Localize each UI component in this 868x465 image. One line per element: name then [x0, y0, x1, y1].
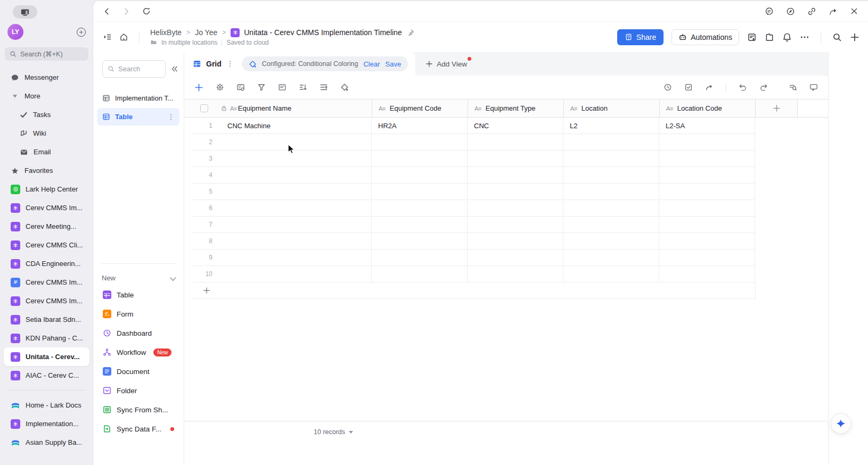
- group-icon[interactable]: [278, 83, 286, 92]
- cell-equipment-code[interactable]: [372, 233, 468, 250]
- cell-equipment-code[interactable]: [372, 134, 468, 151]
- sidebar-item-favorites[interactable]: Favorites: [4, 161, 89, 180]
- sidebar-item-base[interactable]: KDN Pahang - C...: [4, 329, 89, 347]
- cell-equipment-type[interactable]: [468, 266, 563, 283]
- sidebar-item-base[interactable]: Cerev CMMS Cli...: [4, 236, 89, 254]
- cell-equipment-type[interactable]: [468, 167, 563, 184]
- cell-location-code[interactable]: [659, 151, 755, 167]
- grid-view-tab[interactable]: Grid Configured: Conditional Coloring Cl…: [184, 52, 415, 76]
- collapse-panel-icon[interactable]: [170, 65, 178, 73]
- cell-equipment-name[interactable]: 6: [192, 200, 372, 217]
- cell-equipment-code[interactable]: [372, 266, 468, 283]
- column-header-equipment-name[interactable]: A≡ Equipment Name: [192, 99, 372, 117]
- share-button[interactable]: Share: [617, 29, 664, 45]
- sidebar-toggle-icon[interactable]: [103, 32, 112, 41]
- cell-equipment-code[interactable]: [372, 217, 468, 233]
- item-menu-icon[interactable]: [167, 113, 175, 121]
- table-nav-item[interactable]: Implementation T...: [97, 89, 179, 107]
- clear-button[interactable]: Clear: [363, 60, 380, 68]
- sidebar-item-docs[interactable]: Asian Supply Ba...: [4, 433, 89, 452]
- breadcrumb-item[interactable]: Jo Yee: [195, 28, 217, 37]
- cell-equipment-name[interactable]: 10: [192, 266, 372, 283]
- permissions-icon[interactable]: [747, 32, 757, 42]
- widget-icon[interactable]: [765, 32, 774, 42]
- table-row[interactable]: 1 CNC Machine HR2A CNC L2 L2-SA: [184, 118, 828, 134]
- column-header-equipment-code[interactable]: A≡ Equipment Code: [372, 99, 468, 117]
- sidebar-item-help-center[interactable]: Lark Help Center: [4, 180, 89, 198]
- automations-button[interactable]: Automations: [672, 29, 739, 45]
- table-row[interactable]: 10: [184, 266, 828, 283]
- close-icon[interactable]: [850, 7, 858, 15]
- select-all-checkbox[interactable]: [200, 104, 208, 112]
- search-icon[interactable]: [832, 32, 842, 42]
- sidebar-item-wiki[interactable]: Wiki: [4, 124, 89, 143]
- cell-equipment-type[interactable]: CNC: [468, 118, 563, 134]
- column-header-equipment-type[interactable]: A≡ Equipment Type: [468, 99, 564, 117]
- table-row[interactable]: 9: [184, 250, 828, 266]
- cell-equipment-type[interactable]: [468, 200, 563, 217]
- table-row[interactable]: 2: [184, 134, 828, 151]
- sync-data-button[interactable]: Sync Data F...: [93, 419, 184, 438]
- cell-equipment-code[interactable]: HR2A: [372, 118, 468, 134]
- location-note[interactable]: In multiple locations: [161, 39, 217, 46]
- chevron-down-icon[interactable]: [349, 431, 353, 434]
- cell-location-code[interactable]: [659, 266, 755, 283]
- redo-icon[interactable]: [759, 83, 768, 92]
- new-workflow-button[interactable]: Workflow New: [93, 343, 184, 362]
- settings-icon[interactable]: [216, 83, 224, 92]
- sort-icon[interactable]: [299, 83, 307, 92]
- cell-location-code[interactable]: [659, 184, 755, 200]
- filter-icon[interactable]: [257, 83, 266, 92]
- pin-icon[interactable]: [407, 29, 415, 37]
- hide-fields-icon[interactable]: [236, 83, 245, 92]
- search-records-icon[interactable]: [789, 83, 797, 92]
- cell-location[interactable]: [563, 217, 659, 233]
- ai-assistant-button[interactable]: [831, 413, 851, 434]
- cell-location[interactable]: [563, 184, 659, 200]
- link-icon[interactable]: [807, 7, 816, 16]
- add-record-button[interactable]: [194, 83, 203, 92]
- add-view-button[interactable]: Add View: [425, 52, 467, 76]
- table-row[interactable]: 5: [184, 184, 828, 200]
- panel-search-input[interactable]: Search: [102, 60, 166, 78]
- sidebar-item-base[interactable]: Cerev CMMS Im...: [4, 292, 89, 310]
- undo-icon[interactable]: [739, 83, 747, 92]
- tab-menu-icon[interactable]: [226, 60, 234, 68]
- sidebar-item-base[interactable]: Setia Ibarat Sdn...: [4, 310, 89, 329]
- new-folder-button[interactable]: Folder: [93, 381, 184, 400]
- cell-equipment-name[interactable]: 2: [192, 134, 372, 151]
- breadcrumb-item[interactable]: HelixByte: [150, 28, 182, 37]
- share-view-icon[interactable]: [705, 83, 714, 92]
- avatar[interactable]: LY: [7, 24, 23, 40]
- cell-equipment-name[interactable]: 1 CNC Machine: [192, 118, 372, 134]
- global-search-input[interactable]: Search (⌘+K): [5, 47, 88, 61]
- cell-equipment-type[interactable]: [468, 184, 563, 200]
- table-row[interactable]: 4: [184, 167, 828, 184]
- add-workspace-icon[interactable]: [77, 28, 86, 37]
- sidebar-item-base[interactable]: Implementation...: [4, 414, 89, 433]
- table-row[interactable]: 7: [184, 217, 828, 233]
- cell-equipment-code[interactable]: [372, 184, 468, 200]
- cell-equipment-code[interactable]: [372, 250, 468, 266]
- comment-dots-icon[interactable]: [765, 7, 774, 16]
- cell-location-code[interactable]: [659, 250, 755, 266]
- sidebar-item-base[interactable]: Cerev CMMS Im...: [4, 198, 89, 217]
- cell-location[interactable]: [563, 134, 659, 151]
- new-tab-plus-icon[interactable]: [850, 32, 859, 42]
- history-icon[interactable]: [664, 83, 672, 92]
- table-row[interactable]: 6: [184, 200, 828, 217]
- cell-location-code[interactable]: [659, 200, 755, 217]
- table-row[interactable]: 3: [184, 151, 828, 167]
- cell-location[interactable]: [563, 151, 659, 167]
- cell-location-code[interactable]: [659, 167, 755, 184]
- cell-equipment-type[interactable]: [468, 217, 563, 233]
- device-switcher-button[interactable]: [13, 5, 37, 19]
- cell-location[interactable]: [563, 233, 659, 250]
- forward-button[interactable]: [122, 7, 130, 15]
- cell-location-code[interactable]: [659, 217, 755, 233]
- cell-location[interactable]: L2: [563, 118, 659, 134]
- new-dashboard-button[interactable]: Dashboard: [93, 323, 184, 343]
- cell-equipment-type[interactable]: [468, 250, 563, 266]
- cell-location-code[interactable]: [659, 233, 755, 250]
- cell-equipment-name[interactable]: 8: [192, 233, 372, 250]
